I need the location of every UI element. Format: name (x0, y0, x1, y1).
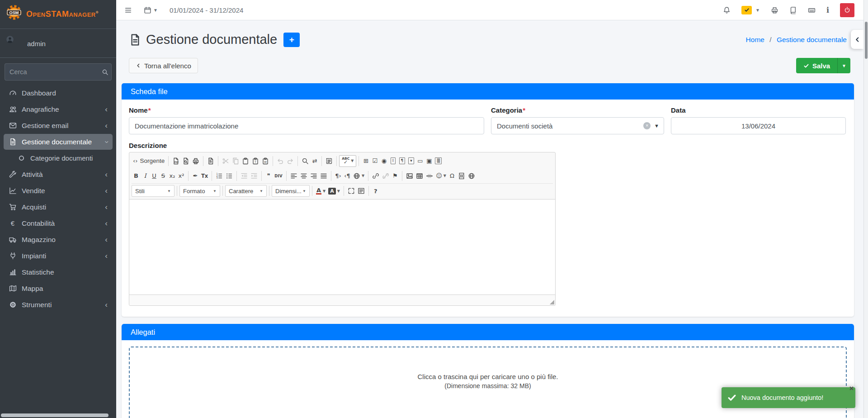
widgets-panel-toggle[interactable] (851, 30, 863, 49)
period-picker-button[interactable]: ▼ (144, 6, 158, 14)
sidebar-item-mappa[interactable]: Mappa (4, 280, 113, 296)
editor-preview-button[interactable] (181, 155, 191, 167)
vertical-scrollbar[interactable] (863, 0, 868, 418)
editor-paste-word-button[interactable]: W (260, 155, 270, 167)
sidebar-toggle-button[interactable] (124, 6, 132, 14)
editor-smiley-button[interactable]: ☺▼ (434, 170, 448, 182)
editor-link-button[interactable] (371, 170, 381, 182)
breadcrumb-current-link[interactable]: Gestione documentale (777, 36, 847, 43)
notifications-button[interactable] (723, 6, 731, 14)
editor-spellcheck-button[interactable]: ABC▼ (339, 155, 356, 167)
editor-align-center-button[interactable] (299, 170, 309, 182)
editor-blockquote-button[interactable]: ❞ (264, 170, 273, 182)
editor-text-ltr-button[interactable]: ¶› (334, 170, 343, 182)
sidebar-item-dashboard[interactable]: Dashboard (4, 85, 113, 101)
editor-bullet-list-button[interactable] (224, 170, 234, 182)
editor-subscript-button[interactable]: x₂ (168, 170, 177, 182)
editor-replace-button[interactable]: ⇄ (310, 155, 319, 167)
editor-find-button[interactable] (300, 155, 310, 167)
sidebar-item-statistiche[interactable]: Statistiche (4, 264, 113, 280)
categoria-select[interactable]: Documenti società × ▼ (491, 117, 664, 134)
info-button[interactable]: i (826, 6, 829, 14)
editor-size-select[interactable]: Dimensi...▼ (272, 185, 310, 197)
print-button[interactable] (771, 6, 778, 14)
editor-hidden-field-button[interactable]: ▒ (434, 155, 443, 167)
editor-horizontal-rule-button[interactable] (425, 170, 434, 182)
search-input[interactable] (5, 63, 99, 81)
nome-field[interactable] (129, 117, 484, 134)
status-badge[interactable]: ▼ (741, 6, 760, 14)
sidebar-item-vendite[interactable]: Vendite‹ (4, 183, 113, 199)
editor-language-button[interactable]: ▼ (352, 170, 366, 182)
editor-align-right-button[interactable] (309, 170, 319, 182)
editor-font-select[interactable]: Carattere▼ (225, 185, 267, 197)
editor-styles-select[interactable]: Stili▼ (132, 185, 175, 197)
editor-maximize-button[interactable] (346, 185, 356, 197)
editor-paste-button[interactable] (241, 155, 250, 167)
editor-source-button[interactable]: ‹›Sorgente (132, 155, 166, 167)
editor-copy-formatting-button[interactable]: ✒ (191, 170, 200, 182)
logout-button[interactable] (840, 3, 854, 17)
sidebar-item-gestione-documentale[interactable]: Gestione documentale‹ (4, 134, 113, 150)
editor-select-all-button[interactable] (324, 155, 334, 167)
breadcrumb-home-link[interactable]: Home (746, 36, 764, 43)
horizontal-scrollbar[interactable] (1, 413, 108, 417)
user-panel[interactable]: admin (0, 29, 116, 58)
editor-superscript-button[interactable]: x² (177, 170, 186, 182)
sidebar-item-attività[interactable]: Attività‹ (4, 166, 113, 182)
editor-templates-button[interactable] (206, 155, 216, 167)
sidebar-item-acquisti[interactable]: Acquisti‹ (4, 199, 113, 215)
editor-text-color-button[interactable]: A▼ (315, 185, 327, 197)
sidebar-item-anagrafiche[interactable]: Anagrafiche‹ (4, 101, 113, 117)
save-button[interactable]: Salva ▼ (796, 58, 850, 73)
sidebar-item-magazzino[interactable]: Magazzino‹ (4, 232, 113, 247)
editor-print-button[interactable] (191, 155, 201, 167)
search-button[interactable] (99, 63, 112, 81)
brand[interactable]: OSM OpenSTAManager® (0, 0, 116, 29)
editor-remove-format-button[interactable]: Tx (200, 170, 209, 182)
editor-iframe-button[interactable] (467, 170, 476, 182)
editor-paste-text-button[interactable]: T (250, 155, 260, 167)
editor-image-button[interactable] (405, 170, 415, 182)
editor-form-button[interactable]: ⊞ (361, 155, 370, 167)
editor-underline-button[interactable]: U (150, 170, 159, 182)
editor-button-field-button[interactable]: ▭ (415, 155, 425, 167)
shortcuts-button[interactable] (808, 6, 816, 14)
editor-numbered-list-button[interactable]: 123 (214, 170, 224, 182)
editor-content-area[interactable] (129, 200, 555, 294)
editor-italic-button[interactable]: I (141, 170, 150, 182)
editor-table-button[interactable] (415, 170, 425, 182)
editor-page-break-button[interactable] (457, 170, 467, 182)
editor-image-button-button[interactable]: ▣ (425, 155, 434, 167)
sidebar-item-strumenti[interactable]: Strumenti‹ (4, 297, 113, 313)
editor-checkbox-button[interactable]: ☑ (370, 155, 379, 167)
editor-radio-button[interactable]: ◉ (379, 155, 388, 167)
toast-close-icon[interactable]: × (849, 385, 854, 392)
sidebar-item-contabilità[interactable]: €Contabilità‹ (4, 215, 113, 231)
editor-bg-color-button[interactable]: A▼ (327, 185, 341, 197)
docs-button[interactable] (789, 6, 797, 14)
editor-special-char-button[interactable]: Ω (448, 170, 457, 182)
data-field[interactable] (671, 117, 846, 134)
editor-align-justify-button[interactable] (319, 170, 329, 182)
editor-about-button[interactable]: ? (371, 185, 380, 197)
editor-format-select[interactable]: Formato▼ (179, 185, 220, 197)
editor-anchor-button[interactable]: ⚑ (391, 170, 400, 182)
editor-strike-button[interactable]: S (159, 170, 168, 182)
add-document-button[interactable]: + (283, 33, 300, 47)
editor-textarea-button[interactable]: ¶ (397, 155, 406, 167)
sidebar-item-gestione-email[interactable]: Gestione email‹ (4, 118, 113, 133)
save-dropdown-toggle[interactable]: ▼ (837, 58, 850, 73)
date-range[interactable]: 01/01/2024 - 31/12/2024 (170, 6, 243, 14)
scrollbar-thumb[interactable] (865, 22, 868, 59)
editor-select-field-button[interactable]: ▾ (406, 155, 415, 167)
editor-text-rtl-button[interactable]: ‹¶ (343, 170, 352, 182)
sidebar-item-impianti[interactable]: Impianti‹ (4, 248, 113, 264)
editor-bold-button[interactable]: B (132, 170, 141, 182)
editor-align-left-button[interactable] (289, 170, 299, 182)
editor-export-pdf-button[interactable]: PDF (171, 155, 181, 167)
editor-text-field-button[interactable]: I (388, 155, 397, 167)
editor-div-container-button[interactable]: DIV (273, 170, 284, 182)
resize-grip[interactable] (550, 300, 554, 304)
editor-show-blocks-button[interactable] (356, 185, 366, 197)
